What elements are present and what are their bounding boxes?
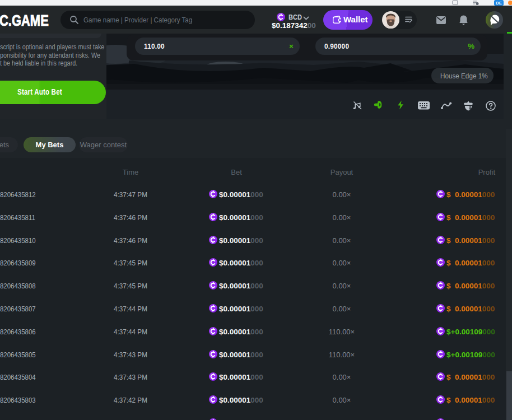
svg-text:DE: DE xyxy=(496,1,501,6)
